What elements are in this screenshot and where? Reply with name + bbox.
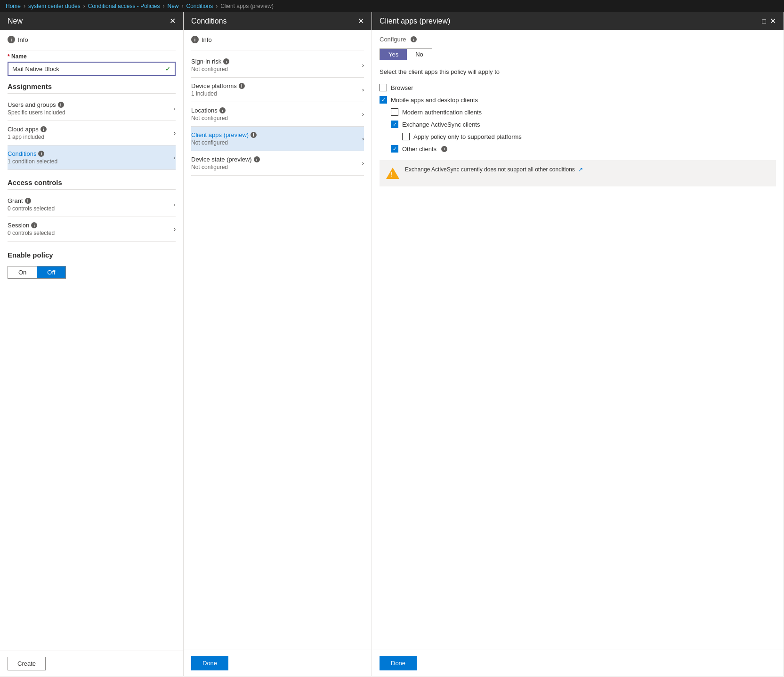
nav-client-apps[interactable]: Client apps (preview) i Not configured › [191, 127, 364, 151]
nav-device-state[interactable]: Device state (preview) i Not configured … [191, 151, 364, 176]
panel-client-apps-close[interactable]: ✕ [770, 17, 776, 25]
nav-locations-sub: Not configured [191, 115, 362, 121]
access-controls-title: Access controls [8, 178, 176, 186]
conditions-footer: Done [184, 650, 372, 676]
cloud-apps-chevron: › [174, 129, 176, 137]
enable-policy-toggle[interactable]: On Off [8, 266, 66, 279]
maximize-button[interactable]: □ [762, 18, 766, 24]
panel-conditions-content: i Info Sign-in risk i Not configured › [184, 30, 372, 650]
conditions-chevron: › [174, 154, 176, 161]
warning-triangle-icon [386, 168, 399, 179]
sign-in-risk-chevron: › [362, 62, 364, 69]
other-clients-info-icon: i [441, 146, 447, 152]
nav-session[interactable]: Session i 0 controls selected › [8, 217, 176, 242]
nav-cloud-apps[interactable]: Cloud apps i 1 app included › [8, 121, 176, 145]
nav-grant[interactable]: Grant i 0 controls selected › [8, 193, 176, 217]
nav-session-content: Session i 0 controls selected [8, 222, 174, 236]
create-button[interactable]: Create [8, 657, 46, 670]
modern-auth-label: Modern authentication clients [402, 109, 482, 116]
nav-client-apps-content: Client apps (preview) i Not configured [191, 131, 362, 146]
sign-in-risk-info-icon: i [223, 58, 229, 64]
nav-sign-in-risk-sub: Not configured [191, 66, 362, 73]
panel-conditions: Conditions ✕ i Info Sign-in risk i Not c… [184, 12, 372, 676]
assignments-title: Assignments [8, 82, 176, 90]
nav-device-platforms-content: Device platforms i 1 included [191, 82, 362, 97]
enable-policy-title: Enable policy [8, 251, 176, 259]
configure-info-icon: i [411, 36, 417, 42]
panel-conditions-close[interactable]: ✕ [358, 17, 364, 25]
breadcrumb-home[interactable]: Home [6, 3, 21, 9]
other-clients-checkbox[interactable] [391, 145, 398, 153]
nav-conditions[interactable]: Conditions i 1 condition selected › [8, 145, 176, 170]
conditions-panel-info-icon: i [191, 36, 199, 43]
browser-checkbox[interactable] [380, 84, 387, 91]
panel-new-content: i Info * Name Mail Native Block ✓ Assign… [0, 30, 183, 651]
client-apps-done-button[interactable]: Done [380, 656, 417, 670]
nav-device-state-content: Device state (preview) i Not configured [191, 156, 362, 170]
nav-locations-content: Locations i Not configured [191, 107, 362, 121]
breadcrumb-client-apps: Client apps (preview) [220, 3, 274, 9]
nav-users-groups[interactable]: Users and groups i Specific users includ… [8, 97, 176, 121]
device-platforms-info-icon: i [239, 83, 245, 89]
device-platforms-chevron: › [362, 86, 364, 93]
apply-policy-checkbox[interactable] [402, 133, 410, 140]
grant-chevron: › [174, 201, 176, 208]
nav-device-state-sub: Not configured [191, 164, 362, 170]
exchange-activesync-checkbox[interactable] [391, 121, 398, 128]
new-info-label: Info [18, 36, 28, 43]
users-groups-info-icon: i [58, 102, 64, 108]
nav-locations[interactable]: Locations i Not configured › [191, 102, 364, 127]
apply-policy-checkbox-item: Apply policy only to supported platforms [402, 133, 776, 140]
warning-box: Exchange ActiveSync currently does not s… [380, 160, 776, 186]
panel-client-apps-header: Client apps (preview) □ ✕ [372, 12, 784, 30]
name-check-icon: ✓ [165, 65, 171, 73]
locations-chevron: › [362, 111, 364, 118]
toggle-off-btn[interactable]: Off [37, 266, 65, 278]
breadcrumb-scd[interactable]: system center dudes [28, 3, 81, 9]
nav-device-platforms-sub: 1 included [191, 90, 362, 97]
panel-client-apps-header-icons: □ ✕ [762, 17, 776, 25]
other-clients-checkbox-item: Other clients i [391, 145, 776, 153]
required-star: * [8, 53, 11, 60]
client-apps-chevron: › [362, 135, 364, 142]
warning-icon [385, 166, 400, 181]
yes-no-toggle[interactable]: Yes No [380, 48, 432, 60]
nav-sign-in-risk[interactable]: Sign-in risk i Not configured › [191, 53, 364, 78]
nav-device-state-title: Device state (preview) i [191, 156, 362, 163]
breadcrumb-policies[interactable]: Conditional access - Policies [88, 3, 160, 9]
nav-client-apps-title: Client apps (preview) i [191, 131, 362, 138]
nav-device-platforms[interactable]: Device platforms i 1 included › [191, 78, 364, 102]
no-button[interactable]: No [407, 49, 432, 60]
warning-external-link[interactable]: ↗ [578, 166, 583, 173]
exchange-activesync-checkbox-item: Exchange ActiveSync clients [391, 121, 776, 128]
name-value: Mail Native Block [12, 65, 59, 73]
breadcrumb-new[interactable]: New [167, 3, 178, 9]
other-clients-label: Other clients [402, 145, 436, 153]
breadcrumb-conditions[interactable]: Conditions [186, 3, 213, 9]
nav-device-platforms-title: Device platforms i [191, 82, 362, 89]
nav-conditions-sub: 1 condition selected [8, 158, 174, 165]
modern-auth-checkbox-item: Modern authentication clients [391, 108, 776, 116]
mobile-checkbox[interactable] [380, 96, 387, 104]
configure-label: Configure [380, 36, 406, 43]
conditions-done-button[interactable]: Done [191, 656, 228, 670]
modern-auth-checkbox[interactable] [391, 108, 398, 116]
panel-new-header: New ✕ [0, 12, 183, 30]
conditions-info-section: i Info [191, 36, 364, 43]
name-field-group: * Name Mail Native Block ✓ [8, 53, 176, 76]
conditions-info-label: Info [202, 36, 212, 43]
select-text: Select the client apps this policy will … [380, 68, 776, 76]
nav-users-groups-sub: Specific users included [8, 109, 174, 116]
nav-users-groups-title: Users and groups i [8, 101, 174, 108]
conditions-info-icon: i [38, 151, 44, 157]
yes-button[interactable]: Yes [380, 49, 407, 60]
panel-new-close[interactable]: ✕ [170, 17, 176, 25]
panel-client-apps-content: Configure i Yes No Select the client app… [372, 30, 784, 650]
toggle-on-btn[interactable]: On [8, 266, 37, 278]
nav-client-apps-sub: Not configured [191, 139, 362, 146]
nav-cloud-apps-title: Cloud apps i [8, 126, 174, 133]
name-label: * Name [8, 53, 176, 60]
exchange-activesync-label: Exchange ActiveSync clients [402, 121, 480, 128]
nav-conditions-content: Conditions i 1 condition selected [8, 150, 174, 165]
nav-cloud-apps-sub: 1 app included [8, 134, 174, 140]
